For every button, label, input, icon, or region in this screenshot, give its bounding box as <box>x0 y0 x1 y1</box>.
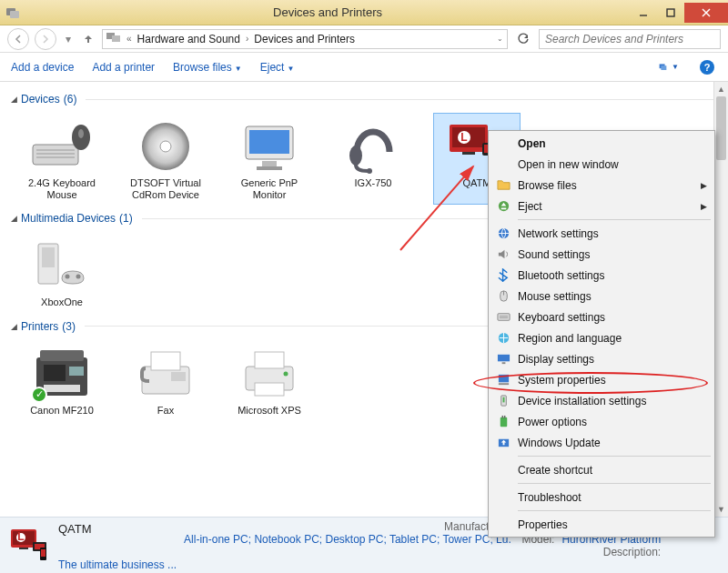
device-item-cdrom[interactable]: DTSOFT Virtual CdRom Device <box>122 113 209 205</box>
menu-item-label: Power options <box>518 416 587 428</box>
mfp-icon: ✓ <box>29 345 95 403</box>
svg-point-36 <box>76 275 81 279</box>
view-options-button[interactable]: ▼ <box>659 57 679 77</box>
svg-rect-73 <box>501 416 502 418</box>
printer-icon <box>237 345 302 403</box>
svg-rect-40 <box>69 367 84 376</box>
back-button[interactable] <box>7 28 29 50</box>
menu-item-troubleshoot[interactable]: Troubleshoot <box>490 487 713 508</box>
navbar: ▾ « Hardware and Sound › Devices and Pri… <box>0 25 728 53</box>
manufacturer-label: Manufacturer: <box>184 520 511 533</box>
menu-item-windows-update[interactable]: Windows Update <box>490 432 713 453</box>
update-icon <box>494 436 512 450</box>
svg-rect-28 <box>462 152 475 155</box>
search-input[interactable] <box>545 33 714 45</box>
svg-rect-68 <box>498 375 508 382</box>
system-icon <box>494 373 512 387</box>
svg-rect-74 <box>503 416 504 418</box>
menu-item-label: Bluetooth settings <box>518 269 604 282</box>
scroll-thumb[interactable] <box>716 96 726 160</box>
group-header-devices[interactable]: ◢ Devices (6) <box>9 87 719 109</box>
eject-button[interactable]: Eject▼ <box>260 61 295 74</box>
svg-rect-72 <box>500 417 507 427</box>
scroll-down-icon[interactable]: ▼ <box>714 502 728 517</box>
refresh-button[interactable] <box>513 29 533 49</box>
menu-item-open-in-new-window[interactable]: Open in new window <box>490 154 713 175</box>
svg-rect-7 <box>112 35 120 42</box>
device-item-xps[interactable]: Microsoft XPS <box>226 340 313 421</box>
menu-item-label: Open <box>518 137 546 150</box>
device-item-headset[interactable]: IGX-750 <box>329 113 417 205</box>
menu-item-create-shortcut[interactable]: Create shortcut <box>490 459 713 480</box>
address-bar[interactable]: « Hardware and Sound › Devices and Print… <box>102 29 508 49</box>
blank-icon <box>494 518 512 532</box>
device-item-fax[interactable]: Fax <box>122 340 209 421</box>
menu-item-browse-files[interactable]: Browse files▶ <box>490 175 713 196</box>
add-device-button[interactable]: Add a device <box>11 61 74 74</box>
power-icon <box>494 415 512 429</box>
app-icon <box>5 5 20 20</box>
svg-point-22 <box>349 146 362 166</box>
menu-item-power-options[interactable]: Power options <box>490 411 713 432</box>
maximize-button[interactable] <box>657 3 684 23</box>
svg-rect-47 <box>255 383 284 396</box>
browse-files-button[interactable]: Browse files▼ <box>173 61 242 74</box>
fax-icon <box>133 345 198 403</box>
menu-separator <box>518 510 711 511</box>
svg-rect-66 <box>497 355 509 362</box>
display-icon <box>494 352 512 367</box>
titlebar: Devices and Printers <box>0 0 728 25</box>
vertical-scrollbar[interactable]: ▲ ▼ <box>713 82 728 517</box>
svg-rect-41 <box>44 385 80 392</box>
svg-rect-39 <box>44 365 66 381</box>
menu-item-keyboard-settings[interactable]: Keyboard settings <box>490 307 713 327</box>
device-item-canon[interactable]: ✓ Canon MF210 <box>18 340 106 421</box>
chevron-right-icon: › <box>244 34 250 44</box>
menu-item-display-settings[interactable]: Display settings <box>490 348 713 369</box>
breadcrumb-item[interactable]: Devices and Printers <box>254 33 355 45</box>
menu-separator <box>518 483 711 484</box>
blank-icon <box>494 490 512 505</box>
menu-separator <box>518 456 711 457</box>
minimize-button[interactable] <box>630 3 657 23</box>
context-menu: OpenOpen in new windowBrowse files▶Eject… <box>488 130 715 538</box>
menu-item-device-installation-settings[interactable]: Device installation settings <box>490 390 713 411</box>
history-dropdown[interactable]: ▾ <box>62 28 75 50</box>
menu-item-label: Browse files <box>518 179 577 192</box>
menu-item-open[interactable]: Open <box>490 133 713 154</box>
menu-item-label: Keyboard settings <box>518 311 605 324</box>
close-button[interactable] <box>684 3 728 23</box>
menu-item-mouse-settings[interactable]: Mouse settings <box>490 286 713 307</box>
svg-point-23 <box>367 168 372 174</box>
menu-item-system-properties[interactable]: System properties <box>490 369 713 390</box>
folder-icon <box>494 178 512 193</box>
svg-rect-46 <box>255 352 284 368</box>
keyboard-mouse-icon <box>29 117 95 176</box>
device-item-monitor[interactable]: Generic PnP Monitor <box>226 113 313 205</box>
help-button[interactable]: ? <box>697 57 717 77</box>
collapse-icon: ◢ <box>11 95 17 104</box>
menu-item-properties[interactable]: Properties <box>490 514 713 535</box>
device-item-xboxone[interactable]: XboxOne <box>18 232 106 313</box>
blank-icon <box>494 136 512 151</box>
menu-item-bluetooth-settings[interactable]: Bluetooth settings <box>490 265 713 286</box>
device-item-keyboard-mouse[interactable]: 2.4G Keyboard Mouse <box>18 113 106 205</box>
svg-rect-21 <box>257 166 282 170</box>
up-button[interactable] <box>80 28 96 50</box>
scroll-up-icon[interactable]: ▲ <box>714 82 728 96</box>
breadcrumb-item[interactable]: Hardware and Sound <box>137 33 240 45</box>
menu-item-sound-settings[interactable]: Sound settings <box>490 244 713 265</box>
forward-button[interactable] <box>35 28 56 50</box>
menu-item-label: Display settings <box>518 353 594 366</box>
console-icon <box>29 236 95 295</box>
menu-item-label: System properties <box>518 374 606 387</box>
address-dropdown[interactable]: ⌄ <box>497 35 503 43</box>
menu-item-eject[interactable]: Eject▶ <box>490 196 713 216</box>
add-printer-button[interactable]: Add a printer <box>92 61 155 74</box>
menu-item-region-and-language[interactable]: Region and language <box>490 327 713 348</box>
menu-item-network-settings[interactable]: Network settings <box>490 223 713 244</box>
sound-icon <box>494 247 512 262</box>
search-box[interactable] <box>539 29 721 49</box>
svg-rect-20 <box>262 161 277 166</box>
svg-rect-43 <box>151 352 180 370</box>
